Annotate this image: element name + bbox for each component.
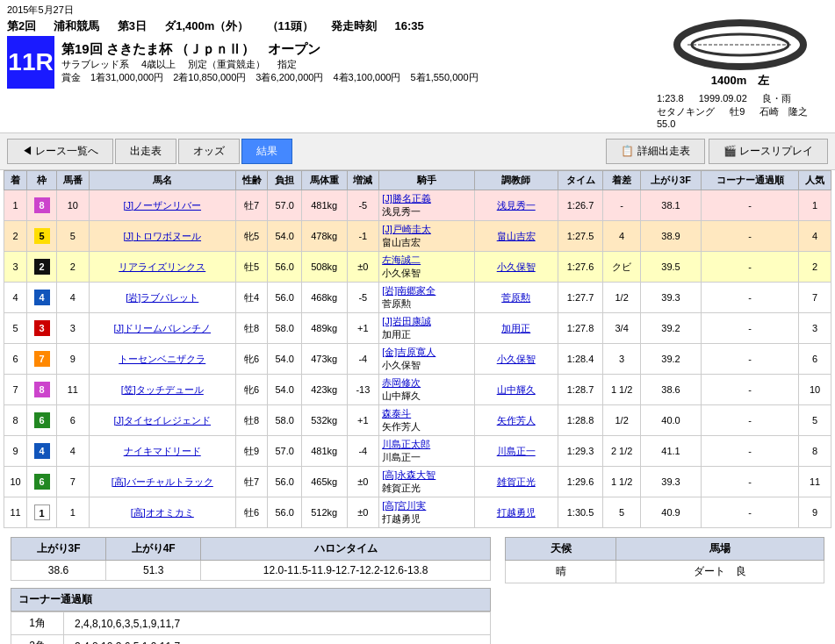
cell-margin: 1/2 (603, 283, 641, 313)
cell-change: ±0 (347, 467, 379, 497)
corner-order: 2,4,8,10,6,3,5,1,9,11,7 (64, 612, 491, 635)
cell-change: ±0 (347, 252, 379, 283)
cell-change: -5 (347, 190, 379, 221)
odds-button[interactable]: オッズ (178, 139, 240, 164)
cell-jockey[interactable]: 左海誠二小久保智 (379, 252, 475, 283)
cell-jockey[interactable]: [岩]南郷家全菅原勲 (379, 283, 475, 313)
race-date: 2015年5月27日 (7, 4, 828, 17)
cell-rank: 11 (4, 497, 27, 528)
cell-last3f: 39.3 (640, 467, 701, 497)
table-row: 10 6 7 [高]バーチャルトラック 牡7 56.0 465kg ±0 [高]… (4, 467, 831, 497)
race-direction: （外） (214, 19, 248, 32)
cell-jockey[interactable]: [J]勝名正義浅見秀一 (379, 190, 475, 221)
cell-name[interactable]: [J]トロワボヌール (89, 221, 235, 252)
cell-jockey[interactable]: [高]永森大智雑賀正光 (379, 467, 475, 497)
cell-carry: 54.0 (268, 375, 302, 405)
col-body-weight: 馬体重 (301, 171, 347, 190)
race-distance: 1,400m (176, 19, 214, 32)
cell-name[interactable]: リアライズリンクス (89, 252, 235, 283)
cell-jockey[interactable]: 森泰斗矢作芳人 (379, 405, 475, 436)
cell-sex-age: 牝6 (235, 344, 268, 375)
cell-frame: 3 (27, 313, 57, 344)
cell-name[interactable]: [J]ノーザンリバー (89, 190, 235, 221)
cell-time: 1:28.7 (558, 375, 603, 405)
cell-trainer[interactable]: 加用正 (474, 313, 558, 344)
cell-jockey[interactable]: [J]戸崎圭太畠山吉宏 (379, 221, 475, 252)
race-title: 第19回 さきたま杯 （ＪｐｎⅡ） オープン (61, 41, 479, 58)
race-number-badge: 11R (7, 36, 54, 89)
cell-name[interactable]: [高]オオミカミ (89, 497, 235, 528)
cell-jockey[interactable]: 赤岡修次山中輝久 (379, 375, 475, 405)
cell-trainer[interactable]: 浅見秀一 (474, 190, 558, 221)
cell-sex-age: 牝6 (235, 375, 268, 405)
cell-trainer[interactable]: 川島正一 (474, 436, 558, 467)
cell-sex-age: 牡5 (235, 252, 268, 283)
results-table: 着 枠 馬番 馬名 性齢 負担 馬体重 増減 騎手 調教師 タイム 着差 上がり… (4, 170, 831, 528)
cell-rank: 4 (4, 283, 27, 313)
cell-trainer[interactable]: 山中輝久 (474, 375, 558, 405)
cell-trainer[interactable]: 菅原勲 (474, 283, 558, 313)
cell-jockey[interactable]: [J]岩田康誠加用正 (379, 313, 475, 344)
result-button[interactable]: 結果 (241, 139, 292, 164)
corner-table: 1角 2,4,8,10,6,3,5,1,9,11,7 2角 2,4,8,10,3… (11, 612, 491, 644)
cell-num: 4 (57, 283, 90, 313)
cell-corners: - (701, 375, 798, 405)
table-row: 1 8 10 [J]ノーザンリバー 牡7 57.0 481kg -5 [J]勝名… (4, 190, 831, 221)
cell-name[interactable]: ナイキマドリード (89, 436, 235, 467)
stat-last4f-header: 上がり4F (106, 538, 201, 561)
cell-sex-age: 牡7 (235, 190, 268, 221)
cell-name[interactable]: [岩]ラブパレット (89, 283, 235, 313)
cell-popularity: 6 (799, 344, 831, 375)
cell-last3f: 39.5 (640, 252, 701, 283)
col-num: 馬番 (57, 171, 90, 190)
cell-sex-age: 牡8 (235, 405, 268, 436)
entries-button[interactable]: 出走表 (115, 139, 176, 164)
cell-frame: 1 (27, 497, 57, 528)
race-venue: 浦和競馬 (54, 19, 99, 32)
cell-change: -4 (347, 436, 379, 467)
cell-corners: - (701, 252, 798, 283)
cell-trainer[interactable]: 畠山吉宏 (474, 221, 558, 252)
cell-popularity: 7 (799, 283, 831, 313)
cell-trainer[interactable]: 雑賀正光 (474, 467, 558, 497)
weather-val: 晴 (506, 561, 616, 583)
cell-num: 10 (57, 190, 90, 221)
track-condition1: 良・雨 (762, 93, 791, 104)
cell-trainer[interactable]: 打越勇児 (474, 497, 558, 528)
cell-popularity: 8 (799, 436, 831, 467)
cell-rank: 5 (4, 313, 27, 344)
table-row: 7 8 11 [笠]タッチデュール 牝6 54.0 423kg -13 赤岡修次… (4, 375, 831, 405)
cell-jockey[interactable]: [金]吉原寛人小久保智 (379, 344, 475, 375)
cell-last3f: 41.1 (640, 436, 701, 467)
cell-frame: 6 (27, 467, 57, 497)
corner-section-header: コーナー通過順 (11, 588, 491, 612)
cell-name[interactable]: [J]ドリームバレンチノ (89, 313, 235, 344)
cell-popularity: 9 (799, 497, 831, 528)
corner-order: 2,4,8,10,3,6,5,1,9,11,7 (64, 635, 491, 645)
cell-trainer[interactable]: 小久保智 (474, 344, 558, 375)
table-row: 8 6 6 [J]タイセイレジェンド 牡8 58.0 532kg +1 森泰斗矢… (4, 405, 831, 436)
cell-name[interactable]: トーセンベニザクラ (89, 344, 235, 375)
race-surface: ダ (164, 19, 176, 32)
cell-name[interactable]: [J]タイセイレジェンド (89, 405, 235, 436)
replay-button[interactable]: 🎬 レースリプレイ (709, 139, 828, 164)
cell-corners: - (701, 497, 798, 528)
corner-label: 2角 (11, 635, 64, 645)
cell-trainer[interactable]: 小久保智 (474, 252, 558, 283)
cell-jockey[interactable]: 川島正太郎川島正一 (379, 436, 475, 467)
cell-jockey[interactable]: [高]宮川実打越勇児 (379, 497, 475, 528)
col-change: 増減 (347, 171, 379, 190)
table-row: 4 4 4 [岩]ラブパレット 牡4 56.0 468kg -5 [岩]南郷家全… (4, 283, 831, 313)
back-button[interactable]: ◀ レース一覧へ (7, 139, 113, 164)
cell-carry: 58.0 (268, 405, 302, 436)
cell-last3f: 40.9 (640, 497, 701, 528)
detail-button[interactable]: 📋 詳細出走表 (606, 139, 704, 164)
cell-name[interactable]: [笠]タッチデュール (89, 375, 235, 405)
cell-time: 1:30.5 (558, 497, 603, 528)
cell-trainer[interactable]: 矢作芳人 (474, 405, 558, 436)
cell-num: 1 (57, 497, 90, 528)
cell-popularity: 3 (799, 313, 831, 344)
cell-name[interactable]: [高]バーチャルトラック (89, 467, 235, 497)
track-diagram (670, 18, 810, 71)
cell-body-weight: 508kg (301, 252, 347, 283)
